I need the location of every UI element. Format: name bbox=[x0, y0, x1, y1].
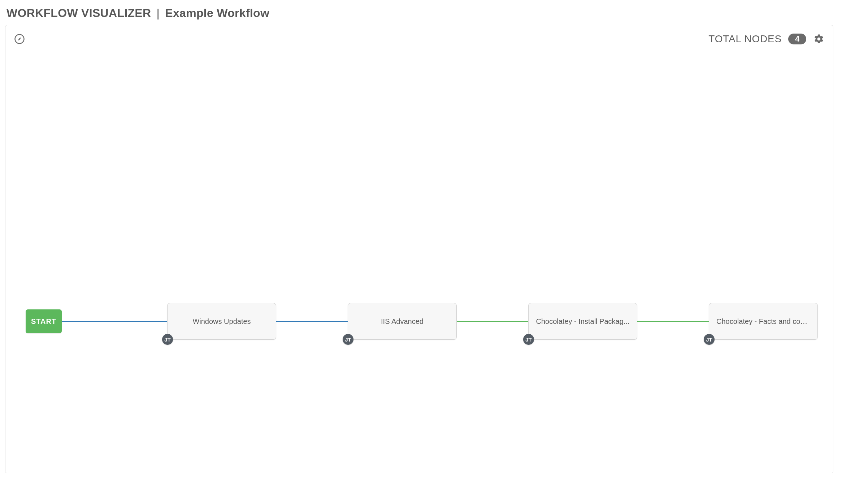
workflow-node-label: Windows Updates bbox=[192, 317, 251, 326]
title-separator: | bbox=[155, 6, 162, 19]
node-type-badge: JT bbox=[704, 334, 715, 345]
workflow-node[interactable]: IIS AdvancedJT bbox=[348, 303, 457, 340]
node-type-badge: JT bbox=[523, 334, 534, 345]
node-type-badge: JT bbox=[343, 334, 353, 345]
svg-marker-1 bbox=[18, 37, 21, 41]
visualizer-panel: TOTAL NODES 4 STARTWindows UpdatesJTIIS … bbox=[5, 25, 833, 473]
workflow-start-node[interactable]: START bbox=[26, 309, 62, 333]
workflow-link bbox=[456, 321, 528, 322]
gear-icon[interactable] bbox=[813, 33, 825, 45]
page-title: WORKFLOW VISUALIZER | Example Workflow bbox=[6, 6, 862, 20]
workflow-node[interactable]: Chocolatey - Facts and conf...JT bbox=[709, 303, 818, 340]
workflow-start-label: START bbox=[31, 317, 56, 326]
workflow-link bbox=[637, 321, 709, 322]
title-prefix: WORKFLOW VISUALIZER bbox=[6, 6, 151, 19]
total-nodes-label: TOTAL NODES bbox=[708, 33, 782, 45]
total-nodes-count: 4 bbox=[788, 34, 806, 44]
workflow-node-label: IIS Advanced bbox=[381, 317, 424, 326]
workflow-canvas[interactable]: STARTWindows UpdatesJTIIS AdvancedJTChoc… bbox=[5, 53, 833, 473]
workflow-link bbox=[62, 321, 167, 322]
workflow-name: Example Workflow bbox=[165, 6, 269, 19]
workflow-node[interactable]: Chocolatey - Install Packag...JT bbox=[528, 303, 637, 340]
workflow-node-label: Chocolatey - Install Packag... bbox=[536, 317, 629, 326]
visualizer-toolbar: TOTAL NODES 4 bbox=[5, 25, 833, 53]
workflow-node-label: Chocolatey - Facts and conf... bbox=[716, 317, 810, 326]
compass-icon[interactable] bbox=[13, 33, 26, 45]
node-type-badge: JT bbox=[162, 334, 173, 345]
workflow-link bbox=[275, 321, 348, 322]
workflow-node[interactable]: Windows UpdatesJT bbox=[167, 303, 276, 340]
